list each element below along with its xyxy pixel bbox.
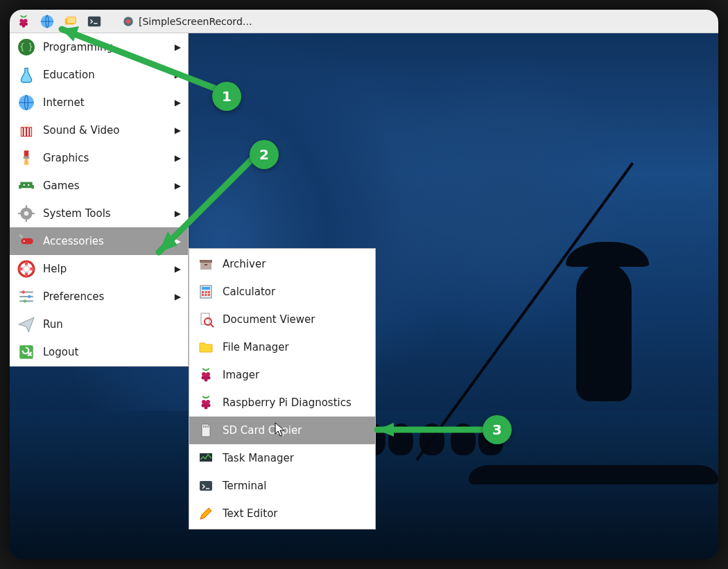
submenu-item-label: Imager xyxy=(223,369,259,381)
menu-item-label: Preferences xyxy=(43,290,104,303)
menu-item-label: Accessories xyxy=(43,235,104,247)
svg-rect-26 xyxy=(32,185,34,189)
svg-rect-55 xyxy=(202,291,204,293)
submenu-item-imager[interactable]: Imager xyxy=(189,361,375,389)
svg-point-19 xyxy=(23,124,26,127)
svg-rect-18 xyxy=(28,128,30,137)
svg-point-5 xyxy=(22,24,26,28)
pencil-icon xyxy=(196,504,216,523)
svg-point-3 xyxy=(19,22,23,26)
svg-rect-43 xyxy=(19,291,33,292)
svg-rect-41 xyxy=(19,268,22,270)
svg-point-36 xyxy=(24,240,25,242)
svg-rect-60 xyxy=(208,294,210,296)
folder-icon xyxy=(196,338,216,357)
annotation-badge-1: 1 xyxy=(212,82,241,111)
svg-rect-77 xyxy=(205,426,207,428)
svg-rect-31 xyxy=(26,205,27,208)
magnifier-doc-icon xyxy=(196,310,216,329)
svg-line-63 xyxy=(211,324,214,327)
submenu-item-label: Document Viewer xyxy=(223,313,315,326)
svg-rect-42 xyxy=(30,268,33,270)
submenu-item-text-editor[interactable]: Text Editor xyxy=(189,500,375,527)
submenu-item-label: File Manager xyxy=(223,341,289,353)
chevron-right-icon: ▶ xyxy=(175,292,181,301)
svg-point-75 xyxy=(205,406,208,410)
menu-item-label: Logout xyxy=(43,346,78,358)
svg-point-74 xyxy=(207,404,211,408)
svg-rect-32 xyxy=(26,219,27,222)
sdcard-icon xyxy=(196,421,216,440)
svg-point-4 xyxy=(24,22,28,26)
svg-point-69 xyxy=(205,378,208,382)
submenu-item-terminal[interactable]: Terminal xyxy=(189,472,375,500)
svg-rect-22 xyxy=(24,150,29,157)
raspberry-icon xyxy=(196,365,216,385)
popcorn-icon xyxy=(17,121,36,140)
svg-rect-25 xyxy=(19,185,21,189)
svg-point-46 xyxy=(22,290,25,293)
menu-item-run[interactable]: Run xyxy=(10,310,188,338)
svg-point-68 xyxy=(207,376,211,380)
menu-item-label: Sound & Video xyxy=(43,124,120,137)
chevron-right-icon: ▶ xyxy=(175,125,181,135)
svg-line-83 xyxy=(159,155,256,252)
svg-rect-34 xyxy=(32,213,35,214)
menu-item-label: Run xyxy=(43,318,63,331)
raspberry-icon xyxy=(16,14,31,29)
submenu-item-file-manager[interactable]: File Manager xyxy=(189,333,375,361)
submenu-item-calculator[interactable]: Calculator xyxy=(189,278,375,306)
submenu-item-task-manager[interactable]: Task Manager xyxy=(189,444,375,472)
svg-rect-78 xyxy=(207,426,209,428)
menu-item-sound-video[interactable]: Sound & Video ▶ xyxy=(10,116,188,144)
submenu-item-document-viewer[interactable]: Document Viewer xyxy=(189,306,375,333)
svg-point-48 xyxy=(24,299,26,302)
invader-icon xyxy=(17,176,36,195)
menu-item-label: System Tools xyxy=(43,207,111,220)
menu-item-logout[interactable]: Logout xyxy=(10,338,188,366)
calculator-icon xyxy=(196,282,216,301)
accessories-submenu: Archiver Calculator Document Viewer File… xyxy=(189,248,376,529)
svg-rect-56 xyxy=(205,291,207,293)
wallpaper-figure xyxy=(531,242,656,471)
submenu-item-label: Task Manager xyxy=(223,452,294,464)
svg-point-73 xyxy=(202,404,205,408)
paintbrush-icon xyxy=(17,148,36,168)
svg-point-21 xyxy=(28,124,31,127)
svg-rect-27 xyxy=(24,184,25,186)
monitor-graph-icon xyxy=(196,448,216,468)
svg-rect-40 xyxy=(25,272,28,276)
svg-rect-54 xyxy=(202,287,210,290)
svg-rect-28 xyxy=(28,184,29,186)
svg-rect-39 xyxy=(25,261,28,265)
submenu-item-label: Text Editor xyxy=(223,507,278,520)
svg-rect-33 xyxy=(18,213,21,214)
submenu-item-label: Calculator xyxy=(223,286,275,298)
menu-item-label: Help xyxy=(43,263,67,275)
terminal-icon xyxy=(196,476,216,496)
submenu-item-diagnostics[interactable]: Raspberry Pi Diagnostics xyxy=(189,389,375,417)
svg-point-30 xyxy=(24,211,29,216)
svg-point-47 xyxy=(28,295,31,298)
svg-marker-86 xyxy=(377,423,394,437)
svg-point-67 xyxy=(202,376,205,380)
lifebuoy-icon xyxy=(17,259,36,279)
menu-item-label: Games xyxy=(43,180,79,192)
annotation-badge-2: 2 xyxy=(250,140,279,169)
submenu-item-label: Raspberry Pi Diagnostics xyxy=(223,396,352,409)
menu-item-preferences[interactable]: Preferences ▶ xyxy=(10,283,188,310)
svg-rect-59 xyxy=(205,294,207,296)
annotation-arrow-3 xyxy=(356,417,495,445)
svg-rect-17 xyxy=(26,128,27,137)
svg-line-81 xyxy=(62,29,218,89)
svg-rect-58 xyxy=(202,294,204,296)
svg-rect-35 xyxy=(21,238,33,245)
sliders-icon xyxy=(17,287,36,306)
svg-rect-80 xyxy=(200,481,212,491)
svg-rect-23 xyxy=(24,157,30,159)
gear-icon xyxy=(17,204,36,223)
annotation-arrow-1 xyxy=(31,17,225,107)
svg-rect-16 xyxy=(23,128,24,137)
menu-item-label: Graphics xyxy=(43,152,89,164)
svg-rect-57 xyxy=(208,291,210,293)
